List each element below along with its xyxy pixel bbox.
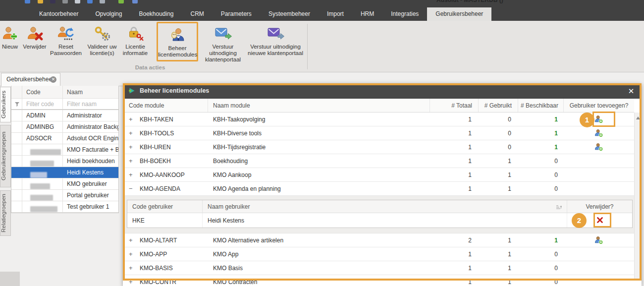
module-row-kbh-tools[interactable]: +KBH-TOOLSKBH-Diverse tools101 [123,126,634,140]
column-header-beschikbaar[interactable]: # Beschikbaar [518,99,564,112]
add-user-icon[interactable] [594,129,603,137]
filter-funnel-icon [14,102,20,109]
filter-code-input[interactable] [26,101,60,108]
add-user-icon[interactable] [594,236,603,244]
module-row-kbh-taken[interactable]: +KBH-TAKENKBH-Taakopvolging101 [123,113,634,126]
ribbon-button-licentie-informatie[interactable]: Licentie informatie [121,23,150,70]
ribbon-tab-opvolging[interactable]: Opvolging [87,7,130,21]
quick-access-icon-5[interactable] [75,0,80,3]
user-naam: KMO gebruiker [63,178,118,189]
column-header-gebruiker-toevoegen[interactable]: Gebruiker toevoegen? [564,99,634,112]
module-available: 0 [518,275,564,286]
expand-icon[interactable]: + [129,171,135,178]
expand-icon[interactable]: + [129,129,135,137]
column-header-code-gebruiker[interactable]: Code gebruiker [127,200,203,213]
expand-icon[interactable]: + [129,250,135,258]
user-code: ADMINBG [22,121,63,132]
module-name: KBH-Taakopvolging [208,113,430,126]
column-header-code-module[interactable]: Code module [123,99,208,112]
side-tab-gebruikersgroepen[interactable]: Gebruikersgroepen [0,125,11,187]
ribbon-button-verwijder[interactable]: Verwijder [20,23,50,70]
quick-access-icon-8[interactable] [118,0,124,3]
user-row-kmo-gebruiker[interactable]: KMO gebruiker [11,178,118,190]
column-header-totaal[interactable]: # Totaal [430,99,479,112]
user-code-redacted [22,178,63,189]
column-header-code[interactable]: Code [22,86,63,98]
user-row-portal-gebruiker[interactable]: Portal gebruiker [11,190,118,201]
quick-access-icon-6[interactable] [87,0,93,3]
module-code: KMO-CONTR [123,275,208,286]
side-tab-gebruikers[interactable]: Gebruikers [0,87,11,122]
quick-access-icon-2[interactable] [38,0,43,3]
expand-icon[interactable]: + [129,236,135,244]
add-user-icon[interactable] [594,143,603,151]
quick-access-icon-9[interactable] [132,0,138,3]
column-header-verwijder[interactable]: Verwijder? [567,200,632,213]
quick-access-icon-3[interactable] [50,0,55,3]
ribbon-tab-parameters[interactable]: Parameters [213,7,260,21]
ribbon-tab-integraties[interactable]: Integraties [382,7,427,21]
user-row-ADMINBG[interactable]: ADMINBGAdministrator Backgr... [11,121,118,133]
module-row-kmo-app[interactable]: +KMO-APPKMO App110 [123,247,634,261]
module-row-bh-boekh[interactable]: +BH-BOEKHBoekhouding110 [123,154,634,168]
module-row-kmo-contr[interactable]: +KMO-CONTRKMO Contracten110 [123,275,634,286]
collapse-icon[interactable]: − [129,185,135,192]
column-header-naam-module[interactable]: Naam module [208,99,430,112]
modules-scrollbar[interactable] [634,113,642,279]
module-name: KMO Aankoop [208,168,430,181]
user-row-kmo-facturatie-bo-[interactable]: KMO Facturatie + Bo... [11,144,118,156]
expand-icon[interactable]: + [129,278,135,286]
user-row-heidi-kestens[interactable]: →Heidi Kestens [11,167,118,178]
module-available: 1 [518,140,564,154]
window-titlebar: Adsolut - MASTERDB () KantoorbeheerOpvol… [0,0,644,21]
module-row-kmo-basis[interactable]: +KMO-BASISKMO Basis110 [123,261,634,275]
ribbon-button-verstuur-uitnodiging-nieuwe-klantenportaal[interactable]: Verstuur uitnodiging nieuwe klantenporta… [247,23,304,70]
user-code-redacted [22,144,63,155]
quick-access-icon-1[interactable] [25,0,30,3]
user-row-ADMIN[interactable]: ADMINAdministrator [11,110,118,121]
column-header-naam[interactable]: Naam [63,86,118,98]
module-row-kmo-aankoop[interactable]: +KMO-AANKOOPKMO Aankoop110 [123,168,634,182]
mail-send-icon [214,26,232,41]
expand-icon[interactable]: + [129,143,135,151]
expand-icon[interactable]: + [129,264,135,272]
quick-access-icon-7[interactable] [100,0,105,3]
user-row-test-gebruiker-1[interactable]: Test gebruiker 1 [11,201,118,213]
expand-icon[interactable]: + [129,157,135,165]
filter-naam-input[interactable] [67,101,116,108]
add-user-icon[interactable] [594,115,603,123]
module-used: 1 [479,275,518,286]
user-row-ADSOCR[interactable]: ADSOCRAdsolut OCR Engine [11,133,118,144]
column-header-naam-gebruiker[interactable]: Naam gebruiker [203,200,567,213]
ribbon-tab-crm[interactable]: CRM [182,7,213,21]
document-tab-gebruikersbeheer[interactable]: Gebruikersbeheer ✕ [1,73,60,86]
ribbon-tab-systeembeheer[interactable]: Systeembeheer [260,7,319,21]
ribbon-tab-hrm[interactable]: HRM [352,7,382,21]
ribbon-button-nieuw[interactable]: Nieuw [0,23,20,70]
dialog-close-icon[interactable]: ✕ [626,86,637,97]
module-user-code: HKE [127,213,203,228]
module-row-kbh-uren[interactable]: +KBH-URENKBH-Tijdsregistratie101 [123,140,634,154]
document-tab-close-icon[interactable]: ✕ [50,76,56,83]
side-tab-relatiegroepen[interactable]: Relatiegroepen [0,190,11,236]
ribbon-tab-import[interactable]: Import [319,7,352,21]
module-user-row-hke[interactable]: HKEHeidi Kestens [127,213,632,228]
module-used: 1 [479,233,518,247]
module-row-kmo-agenda[interactable]: −KMO-AGENDAKMO Agenda en planning110 [123,182,634,196]
ribbon-button-reset-paswoorden[interactable]: Reset Paswoorden [50,23,82,70]
ribbon-button-label: Licentie informatie [121,44,150,57]
ribbon-button-valideer-licentie[interactable]: Valideer uw licentie(s) [84,23,120,70]
column-header-gebruikt[interactable]: # Gebruikt [479,99,518,112]
user-row-heidi-boekhouden[interactable]: Heidi boekhouden [11,156,118,167]
remove-user-icon[interactable] [596,217,603,224]
ribbon-tab-kantoorbeheer[interactable]: Kantoorbeheer [31,7,87,21]
module-row-kmo-altart[interactable]: +KMO-ALTARTKMO Alternatieve artikelen211 [123,233,634,247]
expand-icon[interactable]: + [129,115,135,123]
ribbon-tab-gebruikersbeheer[interactable]: Gebruikersbeheer [427,7,491,21]
ribbon-button-beheer-licentiemodules[interactable]: Beheer licentiemodules [157,22,198,61]
quick-access-icon-4[interactable] [62,0,68,3]
scroll-up-arrow-icon[interactable] [636,116,640,119]
ribbon-button-verstuur-uitnodiging-klantenportaal[interactable]: Verstuur uitnodiging klantenportaal [199,23,247,70]
dialog-titlebar[interactable]: Beheer licentiemodules ✕ [123,83,642,99]
ribbon-tab-boekhouding[interactable]: Boekhouding [130,7,182,21]
